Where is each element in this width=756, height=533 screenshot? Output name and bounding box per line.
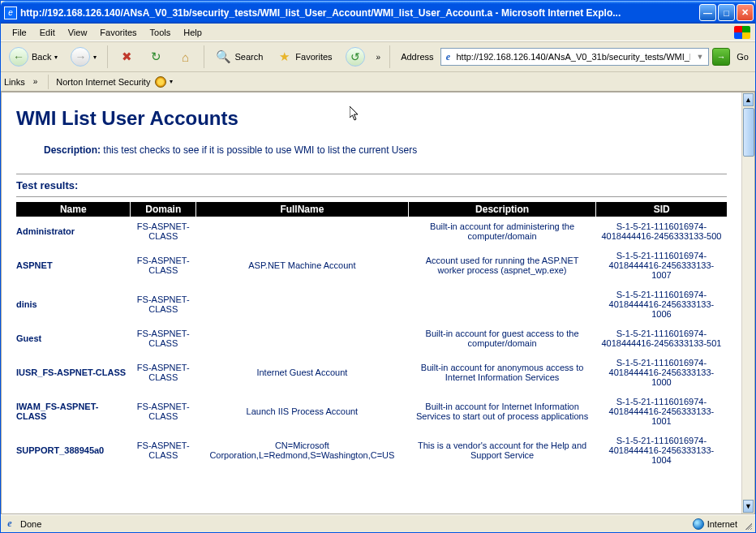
table-row: dinisFS-ASPNET-CLASSS-1-5-21-1116016974-… [16,285,727,324]
cell-domain: FS-ASPNET-CLASS [131,285,196,324]
home-icon: ⌂ [177,49,193,65]
back-button[interactable]: ← Back ▾ [4,45,62,69]
cell-fullname [196,217,409,246]
page-heading: WMI List User Accounts [16,107,727,130]
cell-domain: FS-ASPNET-CLASS [131,353,196,392]
menu-file[interactable]: File [6,26,33,39]
divider [16,174,727,174]
menu-view[interactable]: View [62,26,94,39]
refresh-icon: ↻ [148,49,164,65]
status-text: Done [20,519,41,529]
star-icon: ★ [276,49,292,65]
cell-domain: FS-ASPNET-CLASS [131,392,196,431]
separator [48,75,49,89]
go-button[interactable]: → [712,48,730,66]
results-label: Test results: [16,179,727,191]
cell-fullname [196,285,409,324]
cell-description: Built-in account for Internet Informatio… [408,392,596,431]
cell-fullname: Internet Guest Account [196,353,409,392]
col-sid: SID [596,202,727,217]
cell-domain: FS-ASPNET-CLASS [131,217,196,246]
minimize-button[interactable]: ― [699,4,716,21]
scroll-up-icon[interactable]: ▲ [743,93,754,106]
col-name: Name [16,202,131,217]
cell-domain: FS-ASPNET-CLASS [131,431,196,470]
url-input[interactable] [454,52,694,62]
favorites-button[interactable]: ★ Favorites [271,46,337,67]
cell-description: Account used for running the ASP.NET wor… [408,246,596,285]
cell-sid: S-1-5-21-1116016974-4018444416-245633313… [596,431,727,470]
norton-link[interactable]: Norton Internet Security [56,77,150,87]
stop-icon: ✖ [118,49,135,65]
col-domain: Domain [131,202,196,217]
media-icon: ↺ [346,47,365,67]
ie-icon: e [4,6,17,19]
cell-name: Guest [16,324,131,353]
menu-edit[interactable]: Edit [33,26,62,39]
media-button[interactable]: ↺ [341,45,370,69]
table-row: ASPNETFS-ASPNET-CLASSASP.NET Machine Acc… [16,246,727,285]
window-title: http://192.168.126.140/ANsA_V0_31b/secur… [20,7,699,19]
back-label: Back [32,52,51,62]
cell-description [408,285,596,324]
table-row: IWAM_FS-ASPNET-CLASSFS-ASPNET-CLASSLaunc… [16,392,727,431]
forward-dropdown-icon: ▾ [93,54,97,61]
address-dropdown-icon[interactable]: ▼ [693,53,707,61]
cell-sid: S-1-5-21-1116016974-4018444416-245633313… [596,324,727,353]
cell-fullname: ASP.NET Machine Account [196,246,409,285]
search-button[interactable]: 🔍 Search [210,46,268,67]
page-icon: e [4,518,15,530]
address-field[interactable]: e ▼ [440,48,710,66]
browser-window: e http://192.168.126.140/ANsA_V0_31b/sec… [0,0,756,533]
links-label[interactable]: Links [4,77,25,87]
separator [204,45,204,68]
cell-sid: S-1-5-21-1116016974-4018444416-245633313… [596,246,727,285]
cell-fullname: Launch IIS Process Account [196,392,409,431]
cell-description: Built-in account for anonymous access to… [408,353,596,392]
back-icon: ← [9,47,28,67]
page-content: WMI List User Accounts Description: this… [2,92,741,514]
cell-description: This is a vendor's account for the Help … [408,431,596,470]
stop-button[interactable]: ✖ [114,46,140,67]
cell-name: IWAM_FS-ASPNET-CLASS [16,392,131,431]
favorites-label: Favorites [295,52,332,62]
separator [107,45,108,68]
norton-icon [155,76,166,88]
menu-favorites[interactable]: Favorites [93,26,143,39]
resize-grip-icon[interactable] [741,518,752,530]
menu-help[interactable]: Help [177,26,208,39]
cell-name: Administrator [16,217,131,246]
description-label: Description: [44,144,101,156]
cell-fullname [196,324,409,353]
scroll-thumb[interactable] [743,108,754,157]
close-button[interactable]: ✕ [737,4,754,21]
scroll-down-icon[interactable]: ▼ [743,500,754,513]
address-bar: Address e ▼ → Go [396,48,752,66]
table-row: AdministratorFS-ASPNET-CLASSBuilt-in acc… [16,217,727,246]
links-bar: Links » Norton Internet Security ▾ [1,72,755,92]
content-area: WMI List User Accounts Description: this… [1,92,755,514]
scroll-track[interactable] [742,157,754,499]
toolbar-overflow-icon[interactable]: » [373,53,384,62]
col-fullname: FullName [196,202,409,217]
maximize-button[interactable]: □ [718,4,735,21]
windows-flag-icon [734,26,750,39]
forward-icon: → [71,47,90,67]
results-table: Name Domain FullName Description SID Adm… [16,202,727,470]
home-button[interactable]: ⌂ [172,46,198,67]
table-row: GuestFS-ASPNET-CLASSBuilt-in account for… [16,324,727,353]
refresh-button[interactable]: ↻ [143,46,169,67]
forward-button[interactable]: → ▾ [66,45,101,69]
cell-description: Built-in account for administering the c… [408,217,596,246]
table-header-row: Name Domain FullName Description SID [16,202,727,217]
cell-sid: S-1-5-21-1116016974-4018444416-245633313… [596,217,727,246]
cell-name: SUPPORT_388945a0 [16,431,131,470]
description-text: this test checks to see if it is possibl… [101,144,417,156]
menu-tools[interactable]: Tools [144,26,178,39]
links-overflow-icon[interactable]: » [30,77,41,86]
cell-fullname: CN=Microsoft Corporation,L=Redmond,S=Was… [196,431,409,470]
norton-icon-link[interactable]: ▾ [155,76,173,88]
cell-sid: S-1-5-21-1116016974-4018444416-245633313… [596,353,727,392]
cell-name: IUSR_FS-ASPNET-CLASS [16,353,131,392]
vertical-scrollbar[interactable]: ▲ ▼ [741,92,754,514]
